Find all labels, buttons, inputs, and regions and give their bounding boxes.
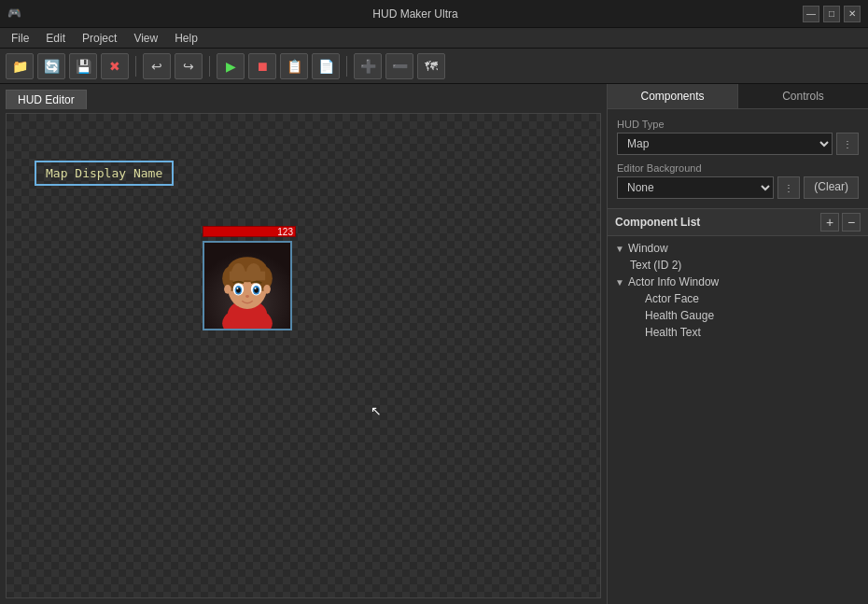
panel-content: HUD Type Map Battle Menu ⋮ Editor Backgr… — [608, 109, 868, 208]
toolbar-undo-button[interactable]: ↩ — [143, 53, 171, 79]
hud-type-expand-button[interactable]: ⋮ — [836, 133, 859, 155]
toolbar-close-button[interactable]: ✖ — [101, 53, 129, 79]
component-list-header: Component List + − — [608, 208, 868, 236]
map-display-name-element[interactable]: Map Display Name — [35, 161, 174, 186]
minimize-button[interactable]: — — [803, 6, 819, 22]
toolbar: 📁 🔄 💾 ✖ ↩ ↪ ▶ ⏹ 📋 📄 ➕ ➖ 🗺 — [0, 49, 868, 84]
tree-label-text-id2: Text (ID 2) — [630, 259, 681, 272]
editor-background-select[interactable]: None Grid Custom — [617, 176, 774, 199]
hud-type-label: HUD Type — [617, 119, 859, 130]
actor-face-svg — [204, 243, 290, 329]
main-content: HUD Editor Map Display Name 123 — [0, 84, 868, 604]
title-bar: 🎮 HUD Maker Ultra — □ ✕ — [0, 0, 868, 28]
toolbar-stop-button[interactable]: ⏹ — [248, 53, 276, 79]
toolbar-redo-button[interactable]: ↪ — [175, 53, 203, 79]
hud-editor-tab[interactable]: HUD Editor — [6, 90, 87, 109]
app-icon: 🎮 — [7, 7, 22, 21]
window-controls: — □ ✕ — [803, 6, 861, 22]
editor-background-label: Editor Background — [617, 162, 859, 174]
health-gauge-element: 123 — [203, 226, 296, 237]
tree-item-health-gauge[interactable]: Health Gauge — [608, 307, 868, 324]
toolbar-remove-button[interactable]: ➖ — [385, 53, 413, 79]
menu-view[interactable]: View — [126, 30, 165, 47]
panel-tab-bar: Components Controls — [608, 84, 868, 109]
tree-item-actor-info-group[interactable]: ▼ Actor Info Window — [608, 274, 868, 290]
health-text-element: 123 — [277, 227, 293, 238]
hud-type-select[interactable]: Map Battle Menu — [617, 133, 833, 155]
svg-point-18 — [255, 288, 257, 289]
controls-tab[interactable]: Controls — [738, 84, 868, 108]
close-button[interactable]: ✕ — [844, 6, 861, 22]
editor-tab-bar: HUD Editor — [6, 90, 601, 109]
hud-type-row: Map Battle Menu ⋮ — [617, 133, 859, 155]
menu-help[interactable]: Help — [167, 30, 205, 47]
app-title: HUD Maker Ultra — [28, 7, 803, 21]
components-tab[interactable]: Components — [608, 84, 738, 108]
menu-project[interactable]: Project — [75, 30, 124, 47]
tree-label-health-text: Health Text — [645, 326, 701, 339]
right-panel: Components Controls HUD Type Map Battle … — [607, 84, 868, 604]
toolbar-save-button[interactable]: 💾 — [69, 53, 97, 79]
toolbar-map-button[interactable]: 🗺 — [417, 53, 445, 79]
tree-item-window-group[interactable]: ▼ Window — [608, 240, 868, 257]
tree-label-window: Window — [628, 242, 668, 255]
menu-bar: File Edit Project View Help — [0, 28, 868, 49]
toolbar-add-button[interactable]: ➕ — [354, 53, 382, 79]
menu-edit[interactable]: Edit — [38, 30, 73, 47]
editor-background-clear-button[interactable]: (Clear) — [804, 176, 859, 199]
actor-info-window-element[interactable]: 123 — [203, 226, 296, 330]
component-add-button[interactable]: + — [820, 213, 839, 232]
tree-item-health-text[interactable]: Health Text — [608, 324, 868, 341]
tree-label-actor-face: Actor Face — [645, 292, 699, 305]
left-panel: HUD Editor Map Display Name 123 — [0, 84, 607, 604]
svg-rect-10 — [230, 272, 265, 281]
tree-arrow-window: ▼ — [615, 244, 624, 254]
toolbar-open-button[interactable]: 📁 — [6, 53, 34, 79]
toolbar-copy-button[interactable]: 📋 — [280, 53, 308, 79]
toolbar-sep-3 — [346, 56, 347, 77]
tree-label-actor-info: Actor Info Window — [628, 275, 719, 288]
toolbar-reload-button[interactable]: 🔄 — [37, 53, 65, 79]
health-bar-container: 123 — [203, 226, 296, 237]
toolbar-sep-2 — [209, 56, 210, 77]
svg-point-19 — [245, 295, 249, 298]
actor-face-element — [203, 241, 292, 330]
toolbar-play-button[interactable]: ▶ — [217, 53, 245, 79]
editor-background-expand-button[interactable]: ⋮ — [777, 176, 800, 199]
tree-item-text-id2[interactable]: Text (ID 2) — [608, 257, 868, 274]
tree-item-actor-face[interactable]: Actor Face — [608, 290, 868, 307]
toolbar-sep-1 — [135, 56, 136, 77]
svg-point-20 — [224, 285, 231, 294]
editor-background-row: None Grid Custom ⋮ (Clear) — [617, 176, 859, 199]
menu-file[interactable]: File — [4, 30, 36, 47]
hud-canvas[interactable]: Map Display Name 123 — [6, 113, 601, 598]
component-tree: ▼ Window Text (ID 2) ▼ Actor Info Window… — [608, 236, 868, 344]
tree-arrow-actor-info: ▼ — [615, 277, 624, 288]
maximize-button[interactable]: □ — [823, 6, 840, 22]
toolbar-paste-button[interactable]: 📄 — [312, 53, 340, 79]
component-remove-button[interactable]: − — [842, 213, 861, 232]
svg-point-17 — [237, 288, 239, 289]
svg-point-21 — [263, 285, 271, 294]
hud-type-group: HUD Type Map Battle Menu ⋮ — [617, 119, 859, 155]
tree-label-health-gauge: Health Gauge — [645, 309, 714, 322]
canvas-background — [7, 114, 600, 597]
editor-background-group: Editor Background None Grid Custom ⋮ (Cl… — [617, 162, 859, 199]
component-list-title: Component List — [615, 216, 820, 229]
